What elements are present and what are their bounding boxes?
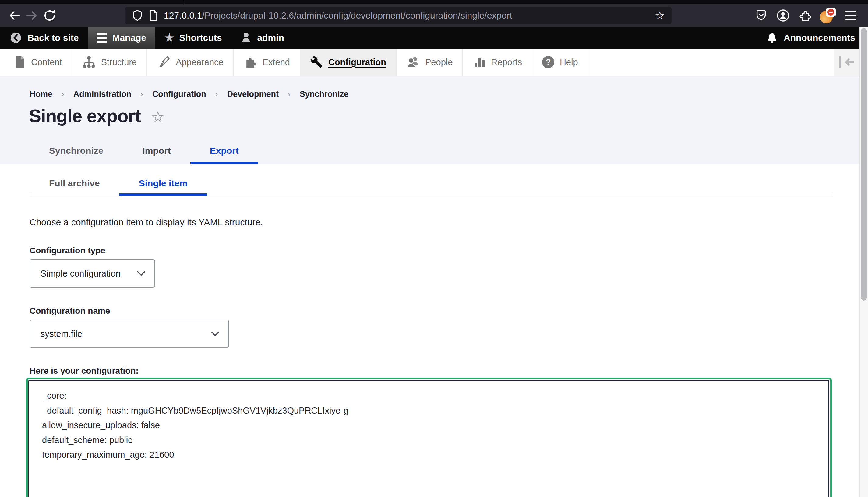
toolbar-item-admin-user[interactable]: admin [231,27,293,49]
secondary-tabs: Full archive Single item [30,165,833,195]
breadcrumb-link-configuration[interactable]: Configuration [152,89,206,99]
yaml-line: default_config_hash: mguGHCYb9Dw5Ecpfjwo… [42,403,822,418]
favorite-star-icon[interactable]: ☆ [151,108,165,125]
chevron-down-icon [137,271,145,276]
menubar-item-reports[interactable]: Reports [463,49,532,75]
account-icon [776,9,790,23]
extension-badge [826,8,836,17]
toolbar-item-label: Back to site [27,32,79,43]
menubar-item-label: Extend [262,57,290,67]
manage-menu-icon [97,32,107,43]
menubar-item-people[interactable]: People [397,49,463,75]
breadcrumb-separator: › [61,89,64,99]
page-info-icon [148,10,158,22]
pocket-button[interactable] [754,7,768,24]
drupal-admin-toolbar: Back to site Manage ★ Shortcuts admin An… [0,27,868,49]
menubar-item-extend[interactable]: Extend [234,49,300,75]
no-entry-icon [827,9,834,16]
yaml-textarea[interactable]: _core: default_config_hash: mguGHCYb9Dw5… [28,380,829,497]
url-bar[interactable]: 127.0.0.1/Projects/drupal-10.2.6/admin/c… [125,7,671,24]
config-name-select[interactable]: system.file [30,320,229,348]
screen: 127.0.0.1/Projects/drupal-10.2.6/admin/c… [0,0,868,497]
menubar-item-label: Content [31,57,62,67]
toolbar-item-manage[interactable]: Manage [88,27,155,49]
config-type-select[interactable]: Simple configuration [30,259,155,288]
tab-export[interactable]: Export [190,137,258,165]
menu-button[interactable] [844,7,858,24]
extensions-button[interactable] [798,7,812,24]
structure-icon [82,55,96,69]
menubar-item-structure[interactable]: Structure [72,49,147,75]
toolbar-item-back-to-site[interactable]: Back to site [0,27,88,49]
breadcrumb: Home › Administration › Configuration › … [30,89,348,99]
page-header: Home › Administration › Configuration › … [0,76,868,165]
menubar-item-appearance[interactable]: Appearance [147,49,233,75]
url-text: 127.0.0.1/Projects/drupal-10.2.6/admin/c… [164,10,649,21]
breadcrumb-link-synchronize[interactable]: Synchronize [300,89,349,99]
people-icon [406,55,420,69]
breadcrumb-separator: › [288,89,290,99]
navbar-actions [754,7,858,24]
shortcuts-star-icon: ★ [165,32,174,43]
yaml-output-label: Here is your configuration: [30,366,868,376]
tab-synchronize[interactable]: Synchronize [30,137,123,165]
menubar-item-configuration[interactable]: Configuration [300,49,397,75]
forward-arrow-icon [25,8,39,23]
url-host: 127.0.0.1 [164,10,202,20]
toolbar-item-label: Shortcuts [179,32,222,43]
form-description: Choose a configuration item to display i… [30,217,868,227]
page-scrollbar [859,27,868,497]
breadcrumb-separator: › [215,89,218,99]
browser-navbar: 127.0.0.1/Projects/drupal-10.2.6/admin/c… [0,4,868,27]
yaml-line: allow_insecure_uploads: false [42,418,822,433]
config-name-value: system.file [41,329,82,339]
tab-full-archive[interactable]: Full archive [30,165,119,195]
back-arrow-icon [7,8,22,23]
primary-tabs: Synchronize Import Export [30,137,258,165]
adblock-extension-button[interactable] [820,8,836,24]
configuration-wrench-icon [310,56,323,69]
reload-button[interactable] [41,7,58,24]
pocket-icon [754,9,768,22]
toolbar-item-announcements[interactable]: Announcements [766,27,868,49]
shield-icon [131,9,143,22]
menubar-item-help[interactable]: ? Help [532,49,588,75]
back-button[interactable] [5,7,23,24]
toolbar-collapse-button[interactable] [834,49,859,75]
breadcrumb-link-home[interactable]: Home [30,89,52,99]
bookmark-star-icon[interactable]: ☆ [655,10,665,21]
user-icon [240,31,252,44]
tab-import[interactable]: Import [123,137,190,165]
config-type-label: Configuration type [30,246,868,256]
menubar-item-label: Help [560,57,578,67]
appearance-icon [157,55,170,69]
url-path: /Projects/drupal-10.2.6/admin/config/dev… [202,10,512,20]
reports-chart-icon [473,55,485,69]
breadcrumb-link-development[interactable]: Development [227,89,279,99]
menubar-item-content[interactable]: Content [0,49,72,75]
toolbar-item-shortcuts[interactable]: ★ Shortcuts [155,27,231,49]
tab-single-item[interactable]: Single item [119,165,207,195]
admin-menubar: Content Structure Appearance [0,49,868,76]
yaml-line: _core: [42,388,822,403]
config-name-label: Configuration name [30,306,868,316]
extend-puzzle-icon [244,55,257,69]
bell-icon [766,31,778,44]
collapse-bar [839,56,841,68]
back-to-site-icon [9,31,23,44]
help-icon: ? [542,56,554,68]
scrollbar-thumb[interactable] [861,28,867,301]
menubar-item-label: Structure [101,57,137,67]
breadcrumb-separator: › [140,89,143,99]
toolbar-item-label: Announcements [784,32,855,43]
toolbar-item-label: Manage [112,32,146,43]
forward-button[interactable] [23,7,41,24]
breadcrumb-link-administration[interactable]: Administration [73,89,131,99]
menubar-item-label: Configuration [328,57,386,67]
menubar-item-label: Reports [491,57,522,67]
export-form: Choose a configuration item to display i… [0,217,868,497]
yaml-line: temporary_maximum_age: 21600 [42,448,822,462]
chevron-down-icon [211,331,219,337]
tab-divider [183,1,183,4]
account-button[interactable] [776,7,790,24]
